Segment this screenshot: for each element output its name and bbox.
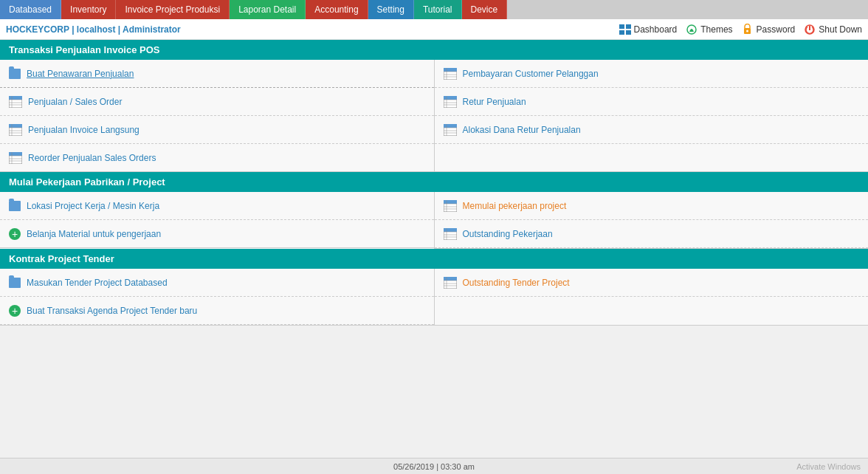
svg-rect-28 (444, 68, 457, 72)
nav-tab-tutorial[interactable]: Tutorial (414, 0, 462, 19)
svg-rect-34 (444, 96, 457, 100)
svg-rect-0 (619, 24, 624, 29)
dashboard-icon (619, 24, 631, 35)
themes-label: Themes (700, 24, 732, 35)
menu-buat-penawaran-label: Buat Penawaran Penjualan (27, 69, 134, 79)
section-mulai-left: Lokasi Project Kerja / Mesin Kerja + Bel… (0, 192, 435, 249)
nav-tab-laporan-detail[interactable]: Laporan Detail (230, 0, 306, 19)
menu-outstanding-tender-label: Outstanding Tender Project (463, 278, 570, 288)
nav-tab-inventory[interactable]: Inventory (61, 0, 116, 19)
menu-penjualan-so-label: Penjualan / Sales Order (28, 97, 122, 107)
svg-rect-3 (626, 30, 631, 35)
menu-alokasi-label: Alokasi Dana Retur Penjualan (463, 125, 581, 135)
menu-penjualan-sales-order[interactable]: Penjualan / Sales Order (0, 88, 434, 116)
folder-icon (9, 69, 21, 79)
plus-icon-belanja: + (9, 228, 21, 240)
status-bar: 05/26/2019 | 03:30 am Activate Windows (0, 458, 868, 474)
dashboard-label: Dashboard (634, 24, 678, 35)
menu-pembayaran-customer[interactable]: Pembayaran Customer Pelanggan (435, 60, 869, 88)
header-actions: Dashboard Themes Password (619, 24, 862, 35)
password-label: Password (757, 24, 796, 35)
menu-reorder-label: Reorder Penjualan Sales Orders (28, 153, 156, 163)
dashboard-action[interactable]: Dashboard (619, 24, 678, 35)
folder-icon-tender (9, 278, 21, 288)
shutdown-label: Shut Down (819, 24, 862, 35)
shutdown-action[interactable]: Shut Down (804, 24, 862, 35)
menu-penjualan-invoice-label: Penjualan Invoice Langsung (28, 125, 140, 135)
menu-outstanding-pekerjaan[interactable]: Outstanding Pekerjaan (435, 220, 869, 248)
password-action[interactable]: Password (742, 24, 796, 35)
nav-tab-device[interactable]: Device (462, 0, 508, 19)
menu-masukan-tender-label: Masukan Tender Project Databased (27, 278, 168, 288)
svg-point-6 (746, 30, 748, 32)
table-icon-3 (9, 152, 22, 164)
section-transaksi-left: Buat Penawaran Penjualan Penjualan / Sal… (0, 60, 435, 172)
themes-icon (686, 24, 698, 35)
menu-memulai-label: Memulai pekerjaan project (463, 201, 567, 211)
section-kontrak-header: Kontrak Project Tender (0, 249, 868, 269)
table-icon-8 (444, 228, 457, 240)
table-icon-6 (444, 124, 457, 136)
folder-icon-lokasi (9, 201, 21, 211)
plus-icon-transaksi: + (9, 305, 21, 317)
status-activate: Activate Windows (796, 462, 861, 471)
section-transaksi-header: Transaksi Penjualan Invoice POS (0, 40, 868, 60)
table-icon (9, 96, 22, 108)
section-mulai-right: Memulai pekerjaan project Outstanding Pe… (435, 192, 869, 249)
section-mulai-body: Lokasi Project Kerja / Mesin Kerja + Bel… (0, 192, 868, 249)
menu-penjualan-invoice[interactable]: Penjualan Invoice Langsung (0, 116, 434, 144)
themes-action[interactable]: Themes (686, 24, 732, 35)
section-transaksi-right: Pembayaran Customer Pelanggan Retur Penj… (435, 60, 869, 172)
svg-rect-58 (444, 277, 457, 281)
menu-belanja-label: Belanja Material untuk pengerjaan (27, 229, 161, 239)
nav-tab-databased[interactable]: Databased (0, 0, 61, 19)
menu-lokasi-label: Lokasi Project Kerja / Mesin Kerja (27, 201, 159, 211)
svg-rect-1 (626, 24, 631, 29)
table-icon-4 (444, 68, 457, 80)
menu-masukan-tender[interactable]: Masukan Tender Project Databased (0, 269, 434, 297)
nav-tab-accounting[interactable]: Accounting (306, 0, 368, 19)
password-icon (742, 24, 754, 35)
menu-buat-transaksi-label: Buat Transaksi Agenda Project Tender bar… (27, 306, 197, 316)
svg-rect-40 (444, 124, 457, 128)
menu-pembayaran-label: Pembayaran Customer Pelanggan (463, 69, 599, 79)
nav-tab-setting[interactable]: Setting (368, 0, 414, 19)
table-icon-9 (444, 277, 457, 289)
svg-rect-52 (444, 228, 457, 232)
svg-rect-2 (619, 30, 624, 35)
section-kontrak: Kontrak Project Tender Masukan Tender Pr… (0, 249, 868, 326)
menu-memulai-pekerjaan[interactable]: Memulai pekerjaan project (435, 192, 869, 220)
menu-reorder-penjualan[interactable]: Reorder Penjualan Sales Orders (0, 144, 434, 172)
section-mulai: Mulai Pekerjaan Pabrikan / Project Lokas… (0, 172, 868, 249)
svg-rect-10 (9, 96, 22, 100)
section-kontrak-body: Masukan Tender Project Databased + Buat … (0, 269, 868, 326)
menu-lokasi-project[interactable]: Lokasi Project Kerja / Mesin Kerja (0, 192, 434, 220)
section-transaksi-body: Buat Penawaran Penjualan Penjualan / Sal… (0, 60, 868, 172)
section-kontrak-right: Outstanding Tender Project (435, 269, 869, 326)
nav-tab-invoice-project[interactable]: Invoice Project Produksi (116, 0, 230, 19)
breadcrumb: HOCKEYCORP | localhost | Administrator (6, 24, 181, 35)
breadcrumb-bar: HOCKEYCORP | localhost | Administrator D… (0, 19, 868, 40)
table-icon-7 (444, 200, 457, 212)
menu-buat-penawaran[interactable]: Buat Penawaran Penjualan (0, 60, 434, 88)
section-transaksi: Transaksi Penjualan Invoice POS Buat Pen… (0, 40, 868, 172)
status-datetime: 05/26/2019 | 03:30 am (7, 462, 861, 471)
menu-outstanding-pekerjaan-label: Outstanding Pekerjaan (463, 229, 553, 239)
menu-retur-label: Retur Penjualan (463, 97, 526, 107)
shutdown-icon (804, 24, 816, 35)
top-nav: Databased Inventory Invoice Project Prod… (0, 0, 868, 19)
svg-rect-22 (9, 152, 22, 156)
menu-buat-transaksi[interactable]: + Buat Transaksi Agenda Project Tender b… (0, 297, 434, 325)
menu-belanja-material[interactable]: + Belanja Material untuk pengerjaan (0, 220, 434, 248)
main-content: Transaksi Penjualan Invoice POS Buat Pen… (0, 40, 868, 458)
svg-rect-46 (444, 200, 457, 204)
table-icon-2 (9, 124, 22, 136)
menu-outstanding-tender[interactable]: Outstanding Tender Project (435, 269, 869, 297)
menu-alokasi-dana[interactable]: Alokasi Dana Retur Penjualan (435, 116, 869, 144)
section-mulai-header: Mulai Pekerjaan Pabrikan / Project (0, 172, 868, 192)
section-kontrak-left: Masukan Tender Project Databased + Buat … (0, 269, 435, 326)
table-icon-5 (444, 96, 457, 108)
menu-retur-penjualan[interactable]: Retur Penjualan (435, 88, 869, 116)
svg-rect-16 (9, 124, 22, 128)
